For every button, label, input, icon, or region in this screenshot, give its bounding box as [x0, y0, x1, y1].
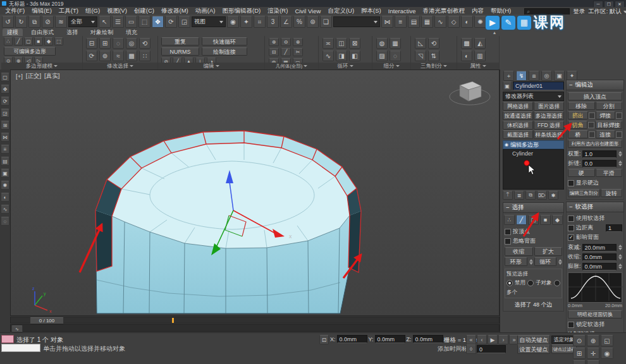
nurms-button[interactable]: NURMS: [161, 47, 199, 56]
polygon-mode-icon[interactable]: ■: [34, 37, 43, 46]
ring-selection-icon[interactable]: ◎: [126, 38, 137, 49]
modifier-set-button[interactable]: 样条线选择: [534, 130, 564, 139]
spinner-snap-icon[interactable]: ⊜: [307, 16, 319, 28]
panel-caption[interactable]: 属性: [457, 63, 499, 70]
fill-selection-icon[interactable]: ▩: [126, 51, 137, 61]
play-icon[interactable]: ▶: [488, 335, 498, 344]
msmooth-subdivide-icon[interactable]: ◍: [376, 38, 388, 49]
loop-selection-icon[interactable]: ◌: [113, 38, 124, 49]
dock-select-icon[interactable]: ▢: [1, 73, 9, 82]
element-subobject-icon[interactable]: ◆: [552, 215, 563, 225]
menu-item[interactable]: 渲染(R): [266, 7, 289, 15]
dock-help-icon[interactable]: ◌: [1, 217, 9, 226]
menu-item[interactable]: 脚本(S): [360, 7, 383, 15]
by-vertex-checkbox[interactable]: [505, 229, 511, 235]
chamfer-button[interactable]: 切角: [568, 121, 587, 129]
modifier-stack-list[interactable]: Cylinder: [503, 149, 564, 190]
use-soft-selection-checkbox[interactable]: [568, 215, 574, 222]
pinch-spinner[interactable]: [618, 254, 622, 260]
edge-subobject-icon[interactable]: ╱: [516, 215, 527, 225]
polygon-subobject-icon[interactable]: ■: [540, 215, 551, 225]
crease-spinner[interactable]: [618, 161, 622, 166]
modifier-set-button[interactable]: 多边形选择: [534, 111, 564, 120]
target-weld-button[interactable]: 目标焊接: [595, 121, 622, 129]
viewport-general-menu[interactable]: [+]: [16, 73, 23, 80]
border-subobject-icon[interactable]: ▢: [528, 215, 539, 225]
modifier-set-button[interactable]: 网格选择: [503, 102, 533, 111]
current-frame-field[interactable]: 0: [477, 345, 506, 353]
split-button[interactable]: 分割: [596, 102, 623, 110]
keyboard-shortcut-override-icon[interactable]: ⌗: [254, 16, 266, 28]
shaded-face-toggle-button[interactable]: 明暗处理面切换: [568, 310, 622, 318]
ribbon-toggle-icon[interactable]: ▦: [421, 16, 433, 28]
dock-mirror-icon[interactable]: ⋈: [1, 133, 9, 142]
panel-caption[interactable]: 循环: [319, 63, 372, 70]
selection-filter-dropdown[interactable]: 全部: [68, 16, 97, 27]
use-displacement-icon[interactable]: ▨: [376, 51, 388, 61]
object-mode-icon[interactable]: ⬚: [54, 37, 63, 46]
insert-loop-icon[interactable]: ◫: [336, 38, 347, 49]
shrink-button[interactable]: 收缩: [505, 247, 533, 256]
turn-edge-icon[interactable]: ⟲: [428, 38, 439, 49]
loop-button[interactable]: 循环: [534, 257, 557, 266]
time-key-tick[interactable]: [172, 318, 174, 323]
zoom-extents-icon[interactable]: ◱: [601, 335, 613, 346]
collapse-icon[interactable]: ⊗: [293, 38, 303, 46]
absolute-mode-toggle[interactable]: ⊡: [319, 335, 329, 344]
modifier-visibility-icon[interactable]: ◉: [505, 142, 508, 147]
vertex-color-icon[interactable]: ▥: [474, 51, 486, 61]
display-hard-edges-checkbox[interactable]: [568, 180, 574, 186]
menu-item[interactable]: 内容: [470, 7, 485, 15]
rectangular-selection-region-icon[interactable]: ▭: [125, 16, 137, 28]
named-selection-sets-dropdown[interactable]: [333, 16, 380, 27]
connect-loop-icon[interactable]: ≍: [322, 38, 334, 49]
loop-grow-icon[interactable]: ⟲: [139, 38, 150, 49]
select-by-name-icon[interactable]: ☰: [112, 16, 124, 28]
panel-caption[interactable]: 三角剖分: [411, 63, 457, 70]
insert-vertex-button[interactable]: 插入顶点: [568, 92, 622, 100]
select-and-move-icon[interactable]: ✥: [152, 16, 164, 28]
maxscript-mini-listener-pink[interactable]: [1, 335, 14, 343]
configure-modifier-sets-icon[interactable]: ✱: [548, 191, 558, 200]
angle-snap-icon[interactable]: ∠: [280, 16, 292, 28]
edge-distance-checkbox[interactable]: [568, 225, 574, 231]
smooth-edge-button[interactable]: 平滑: [596, 169, 623, 177]
undo-icon[interactable]: ↺: [2, 16, 14, 28]
menu-item[interactable]: 动画(A): [194, 7, 217, 15]
auto-key-button[interactable]: 自动关键点: [517, 335, 550, 344]
rollout-soft-selection-header[interactable]: − 软选择: [566, 202, 624, 212]
build-corner-icon[interactable]: ◧: [349, 51, 360, 61]
percent-snap-icon[interactable]: %: [293, 16, 305, 28]
render-setup-icon[interactable]: ✺: [474, 16, 486, 28]
pin-stack-icon[interactable]: ⍑: [503, 191, 513, 200]
smoothing-groups-icon[interactable]: ▩: [461, 38, 472, 49]
previous-frame-icon[interactable]: ‹: [477, 335, 487, 344]
zoom-icon[interactable]: ⊙: [573, 335, 586, 346]
panel-caption[interactable]: 细分: [372, 63, 410, 70]
shrink-selection-icon[interactable]: ⊟: [86, 38, 97, 49]
reference-coordinate-system-dropdown[interactable]: 视图: [192, 16, 226, 27]
orbit-icon[interactable]: ◉: [601, 348, 613, 359]
retriangulate-icon[interactable]: ◹: [415, 51, 426, 61]
select-and-rotate-icon[interactable]: ⟳: [165, 16, 177, 28]
maxscript-mini-listener-white[interactable]: [1, 344, 40, 352]
connect-button[interactable]: 连接: [596, 130, 616, 138]
outline-selection-icon[interactable]: ⊚: [99, 51, 111, 61]
vertex-subobject-icon[interactable]: ∴: [504, 215, 515, 225]
viewport[interactable]: [+] [正交] [真实]: [10, 70, 500, 316]
viewcube[interactable]: [445, 71, 495, 111]
schematic-view-icon[interactable]: ◇: [448, 16, 460, 28]
falloff-field[interactable]: 20.0mm: [582, 244, 617, 252]
modifier-set-button[interactable]: 按通道选择: [503, 111, 533, 120]
editable-poly-button[interactable]: 可编辑多边形: [4, 47, 56, 56]
curve-editor-icon[interactable]: ∿: [434, 16, 446, 28]
edit-triangulation-icon[interactable]: ◺: [415, 38, 426, 49]
chamfer-settings-button[interactable]: [588, 122, 594, 128]
flip-normals-icon[interactable]: ⇅: [428, 51, 439, 61]
modifier-stack-selected-row[interactable]: ◉ 编辑多边形: [503, 140, 564, 149]
align-icon[interactable]: ≡: [395, 16, 407, 28]
step-loop-icon[interactable]: ∷: [139, 51, 150, 61]
grow-selection-icon[interactable]: ⊞: [99, 38, 111, 49]
extrude-settings-button[interactable]: [589, 112, 595, 119]
ring-spinner[interactable]: [529, 259, 533, 265]
